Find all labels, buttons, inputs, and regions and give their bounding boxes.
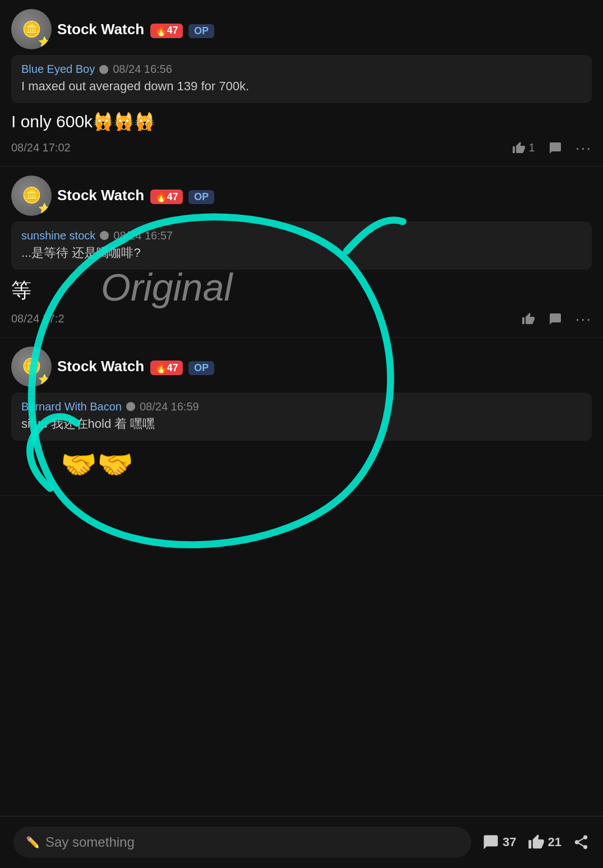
post-2-meta: Stock Watch 🔥 47 OP (57, 187, 214, 204)
post-text-post2: 等 (11, 276, 592, 304)
quoted-author-name-post3: Bernard With Bacon (21, 400, 122, 413)
author-dot-post3 (126, 402, 135, 411)
like-btn-post1[interactable]: 1 (512, 141, 535, 155)
post-footer-post1: 08/24 17:02 1 ··· (11, 139, 592, 157)
quoted-author-post2: sunshine stock 08/24 16:57 (21, 229, 582, 242)
quoted-post3: Bernard With Bacon 08/24 16:59 sifuu 我还在… (11, 393, 592, 441)
post-3-meta: Stock Watch 🔥 47 OP (57, 358, 214, 375)
avatar-star-post2: ⭐ (38, 202, 50, 215)
timestamp-post1: 08/24 17:02 (11, 141, 71, 154)
like-btn-post2[interactable] (522, 312, 535, 326)
fire-badge-post3: 🔥 47 (150, 361, 183, 375)
quoted-text-post1: I maxed out averaged down 139 for 700k. (21, 78, 582, 95)
post-2-header: 🪙 ⭐ Stock Watch 🔥 47 OP (11, 176, 592, 216)
post-text-post3: 🤝🤝 (61, 447, 592, 482)
quoted-author-post1: Blue Eyed Boy 08/24 16:56 (21, 63, 582, 76)
more-btn-post1[interactable]: ··· (576, 139, 592, 157)
quoted-text-post3: sifuu 我还在hold 着 嘿嘿 (21, 415, 582, 433)
op-badge-post1: OP (188, 24, 214, 38)
avatar-post2: 🪙 ⭐ (11, 176, 52, 216)
post-3: 🪙 ⭐ Stock Watch 🔥 47 OP Bernard With Bac… (0, 338, 603, 496)
username-post3: Stock Watch (57, 358, 144, 375)
comment-count-label: 37 (503, 835, 516, 849)
quoted-author-name-post2: sunshine stock (21, 229, 95, 242)
username-post2: Stock Watch (57, 187, 144, 204)
fire-badge-post2: 🔥 47 (150, 190, 183, 204)
quoted-post1: Blue Eyed Boy 08/24 16:56 I maxed out av… (11, 55, 592, 103)
like-icon-post2 (522, 312, 535, 326)
avatar-star-post1: ⭐ (38, 36, 50, 48)
share-icon (573, 834, 590, 851)
author-dot-post1 (99, 65, 108, 74)
like-count-post1: 1 (529, 141, 535, 154)
post-2: 🪙 ⭐ Stock Watch 🔥 47 OP sunshine stock 0… (0, 167, 603, 338)
share-btn[interactable] (573, 834, 590, 851)
quoted-text-post2: ...是等待 还是喝咖啡? (21, 244, 582, 262)
quoted-timestamp-post1: 08/24 16:56 (113, 63, 172, 76)
quoted-author-name-post1: Blue Eyed Boy (21, 63, 95, 76)
say-something-placeholder[interactable]: Say something (45, 834, 135, 850)
like-count-icon (528, 834, 545, 851)
post-3-header: 🪙 ⭐ Stock Watch 🔥 47 OP (11, 347, 592, 387)
fire-badge-post1: 🔥 47 (150, 24, 183, 38)
post-text-post1: I only 600k🙀🙀🙀 (11, 110, 592, 133)
author-dot-post2 (100, 231, 109, 240)
pencil-icon: ✏️ (26, 835, 40, 849)
timestamp-post2: 08/24 17:2 (11, 312, 65, 325)
comment-count-icon (482, 834, 499, 851)
quoted-author-post3: Bernard With Bacon 08/24 16:59 (21, 400, 582, 413)
comment-btn-post1[interactable] (549, 141, 562, 155)
avatar-post1: 🪙 ⭐ (11, 9, 52, 49)
like-count-label: 21 (548, 835, 561, 849)
bottom-bar: ✏️ Say something 37 21 (0, 816, 603, 868)
avatar-star-post3: ⭐ (38, 373, 50, 386)
post-1-meta: Stock Watch 🔥 47 OP (57, 21, 214, 38)
more-btn-post2[interactable]: ··· (576, 310, 592, 328)
op-badge-post2: OP (188, 190, 214, 204)
like-count-btn[interactable]: 21 (528, 834, 561, 851)
like-icon-post1 (512, 141, 526, 155)
say-something-container[interactable]: ✏️ Say something (13, 827, 471, 858)
quoted-timestamp-post3: 08/24 16:59 (140, 400, 199, 413)
post-1-header: 🪙 ⭐ Stock Watch 🔥 47 OP (11, 9, 592, 49)
username-post1: Stock Watch (57, 21, 144, 38)
post-1: 🪙 ⭐ Stock Watch 🔥 47 OP Blue Eyed Boy 08… (0, 0, 603, 167)
avatar-post3: 🪙 ⭐ (11, 347, 52, 387)
comment-icon-post2 (549, 312, 562, 326)
comment-icon-post1 (549, 141, 562, 155)
op-badge-post3: OP (188, 361, 214, 375)
comment-btn-post2[interactable] (549, 312, 562, 326)
comment-count-btn[interactable]: 37 (482, 834, 516, 851)
quoted-timestamp-post2: 08/24 16:57 (113, 229, 173, 242)
quoted-post2: sunshine stock 08/24 16:57 ...是等待 还是喝咖啡? (11, 221, 592, 270)
post-footer-post2: 08/24 17:2 ··· (11, 310, 592, 328)
